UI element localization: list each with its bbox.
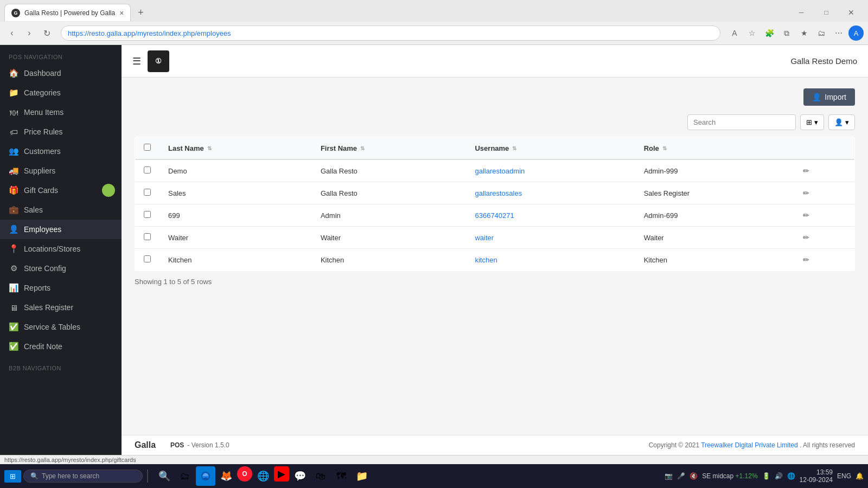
search-input[interactable] xyxy=(687,114,796,130)
taskbar-skype[interactable]: 💬 xyxy=(290,466,310,486)
sidebar-item-sales[interactable]: 💼 Sales xyxy=(0,200,122,220)
sidebar-item-gift-cards[interactable]: 🎁 Gift Cards xyxy=(0,181,122,200)
last-name-sort-icon[interactable]: ⇅ xyxy=(207,145,212,151)
sidebar-item-reports[interactable]: 📊 Reports xyxy=(0,278,122,298)
person-view-button[interactable]: 👤 ▾ xyxy=(828,114,855,130)
notification-center[interactable]: 🔔 xyxy=(856,472,864,480)
taskbar-task-view[interactable]: 🗂 xyxy=(175,466,195,486)
taskbar-volume-ctrl[interactable]: 🔊 xyxy=(775,472,783,480)
service-tables-icon: ✅ xyxy=(9,322,18,332)
collections-button[interactable]: 🗂 xyxy=(814,25,829,41)
tab-close-button[interactable]: × xyxy=(119,9,124,17)
username-link[interactable]: gallarestoadmin xyxy=(475,167,525,175)
start-button[interactable]: ⊞ xyxy=(4,470,21,483)
username-link[interactable]: kitchen xyxy=(475,256,497,264)
username-sort-icon[interactable]: ⇅ xyxy=(512,145,516,151)
username-link[interactable]: waiter xyxy=(475,234,494,242)
sidebar-item-store-config[interactable]: ⚙ Store Config xyxy=(0,259,122,278)
status-url: https://resto.galla.app/myresto/index.ph… xyxy=(4,457,136,463)
cell-role: Admin-699 xyxy=(635,204,794,227)
sidebar-item-locations[interactable]: 📍 Locations/Stores xyxy=(0,239,122,259)
sidebar-item-menu-items[interactable]: 🍽 Menu Items xyxy=(0,102,122,122)
taskbar-camera-icon[interactable]: 📷 xyxy=(665,472,673,480)
extensions-button[interactable]: 🧩 xyxy=(762,25,777,41)
notification-indicator xyxy=(102,184,115,197)
stock-label: SE midcap xyxy=(702,472,733,480)
cell-role: Waiter xyxy=(635,227,794,249)
import-button[interactable]: 👤 Import xyxy=(803,88,855,106)
sales-icon: 💼 xyxy=(9,205,18,215)
close-button[interactable]: ✕ xyxy=(839,4,864,21)
profile-button[interactable]: A xyxy=(848,25,864,41)
split-view-button[interactable]: ⧉ xyxy=(779,25,794,41)
row-checkbox[interactable] xyxy=(144,211,151,218)
taskbar-files[interactable]: 📁 xyxy=(352,466,372,486)
role-sort-icon[interactable]: ⇅ xyxy=(662,145,667,151)
select-all-checkbox[interactable] xyxy=(144,144,151,151)
table-row: 699 Admin 6366740271 Admin-699 ✏ xyxy=(135,204,855,227)
taskbar-store[interactable]: 🛍 xyxy=(311,466,330,486)
suppliers-icon: 🚚 xyxy=(9,166,18,176)
edit-button[interactable]: ✏ xyxy=(803,189,809,197)
sidebar-item-credit-note[interactable]: ✅ Credit Note xyxy=(0,337,122,356)
taskbar-mic-icon[interactable]: 🎤 xyxy=(677,472,685,480)
sidebar-item-categories[interactable]: 📁 Categories xyxy=(0,83,122,102)
more-button[interactable]: ⋯ xyxy=(831,25,846,41)
username-link[interactable]: 6366740271 xyxy=(475,211,514,220)
sidebar-item-price-rules[interactable]: 🏷 Price Rules xyxy=(0,122,122,142)
logo-box: ① xyxy=(148,50,169,72)
reader-mode-button[interactable]: A xyxy=(727,25,742,41)
taskbar-right: 📷 🎤 🔇 SE midcap +1.12% 🔋 🔊 🌐 13:59 12-09… xyxy=(665,468,864,484)
row-checkbox[interactable] xyxy=(144,189,151,196)
username-link[interactable]: gallarestosales xyxy=(475,189,522,197)
company-link[interactable]: Treewalker Digital Private Limited xyxy=(701,441,797,449)
taskbar-battery-icon[interactable]: 🔋 xyxy=(762,472,770,480)
b2b-nav-label: B2B NAVIGATION xyxy=(0,356,122,375)
edit-button[interactable]: ✏ xyxy=(803,233,809,242)
taskbar-clock[interactable]: 13:59 12-09-2024 xyxy=(800,468,833,484)
taskbar-volume-icon[interactable]: 🔇 xyxy=(690,472,698,480)
taskbar-edge[interactable] xyxy=(196,466,215,486)
taskbar-divider xyxy=(147,470,148,483)
maximize-button[interactable]: □ xyxy=(814,4,839,21)
browser-tab[interactable]: G Galla Resto | Powered by Galla × xyxy=(4,4,131,21)
url-bar[interactable] xyxy=(61,25,720,41)
edit-button[interactable]: ✏ xyxy=(803,255,809,264)
reload-button[interactable]: ↻ xyxy=(39,25,54,41)
row-checkbox[interactable] xyxy=(144,233,151,240)
taskbar-maps[interactable]: 🗺 xyxy=(331,466,351,486)
favorites-button[interactable]: ★ xyxy=(796,25,812,41)
username-label: Username xyxy=(475,144,509,152)
cell-last-name: 699 xyxy=(159,204,312,227)
row-checkbox[interactable] xyxy=(144,166,151,174)
bookmark-button[interactable]: ☆ xyxy=(744,25,760,41)
taskbar-firefox[interactable]: 🦊 xyxy=(216,466,236,486)
edit-button[interactable]: ✏ xyxy=(803,166,809,175)
sidebar-item-dashboard[interactable]: 🏠 Dashboard xyxy=(0,63,122,83)
edit-button[interactable]: ✏ xyxy=(803,211,809,220)
sidebar-item-suppliers[interactable]: 🚚 Suppliers xyxy=(0,161,122,181)
sidebar-item-label: Price Rules xyxy=(24,127,63,136)
sidebar-item-sales-register[interactable]: 🖥 Sales Register xyxy=(0,298,122,317)
sidebar-item-service-tables[interactable]: ✅ Service & Tables xyxy=(0,317,122,337)
cell-last-name: Kitchen xyxy=(159,249,312,271)
sidebar-item-label: Dashboard xyxy=(24,69,61,78)
taskbar-chrome[interactable]: 🌐 xyxy=(253,466,273,486)
forward-button[interactable]: › xyxy=(22,25,37,41)
taskbar-opera[interactable]: O xyxy=(237,466,252,481)
hamburger-button[interactable]: ☰ xyxy=(132,55,141,67)
taskbar-network-icon[interactable]: 🌐 xyxy=(787,472,795,480)
lang-display: ENG xyxy=(837,472,851,480)
first-name-sort-icon[interactable]: ⇅ xyxy=(360,145,365,151)
sidebar-item-customers[interactable]: 👥 Customers xyxy=(0,142,122,161)
taskbar-search[interactable]: 🔍 Type here to search xyxy=(23,470,143,483)
row-checkbox[interactable] xyxy=(144,255,151,262)
minimize-button[interactable]: ─ xyxy=(789,4,814,21)
taskbar-youtube[interactable]: ▶ xyxy=(274,466,289,481)
sidebar-item-employees[interactable]: 👤 Employees xyxy=(0,220,122,239)
back-button[interactable]: ‹ xyxy=(4,25,20,41)
stock-value: +1.12% xyxy=(736,472,758,480)
new-tab-button[interactable]: + xyxy=(133,5,148,20)
taskbar-search-widget[interactable]: 🔍 xyxy=(155,466,174,486)
grid-view-button[interactable]: ⊞ ▾ xyxy=(800,114,824,130)
